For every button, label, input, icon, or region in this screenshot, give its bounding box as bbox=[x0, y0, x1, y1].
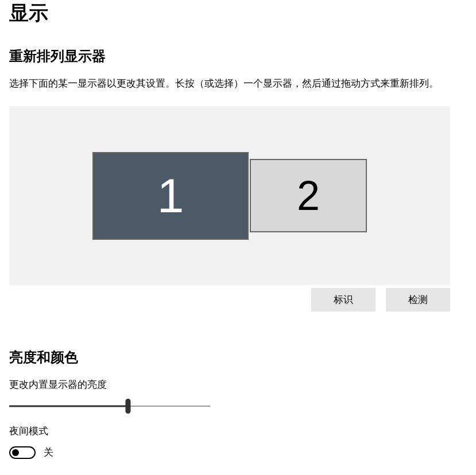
identify-button[interactable]: 标识 bbox=[311, 288, 376, 312]
detect-button[interactable]: 检测 bbox=[386, 288, 450, 312]
brightness-slider-label: 更改内置显示器的亮度 bbox=[9, 378, 467, 391]
night-mode-state: 关 bbox=[44, 446, 53, 459]
toggle-knob bbox=[12, 449, 19, 456]
rearrange-description: 选择下面的某一显示器以更改其设置。长按（或选择）一个显示器，然后通过拖动方式来重… bbox=[9, 77, 467, 90]
page-title: 显示 bbox=[9, 0, 467, 26]
rearrange-heading: 重新排列显示器 bbox=[9, 47, 467, 65]
monitor-tile-2[interactable]: 2 bbox=[250, 159, 367, 232]
brightness-heading: 亮度和颜色 bbox=[9, 348, 467, 367]
monitor-tile-1[interactable]: 1 bbox=[92, 152, 249, 240]
monitors-container: 1 2 bbox=[92, 152, 367, 240]
display-arrange-area: 1 2 bbox=[9, 106, 450, 285]
night-mode-label: 夜间模式 bbox=[9, 425, 467, 438]
arrange-button-row: 标识 检测 bbox=[9, 288, 450, 312]
slider-track-fill bbox=[9, 406, 128, 407]
night-mode-toggle[interactable] bbox=[9, 446, 36, 459]
brightness-slider[interactable] bbox=[9, 399, 210, 413]
slider-thumb[interactable] bbox=[125, 399, 130, 414]
